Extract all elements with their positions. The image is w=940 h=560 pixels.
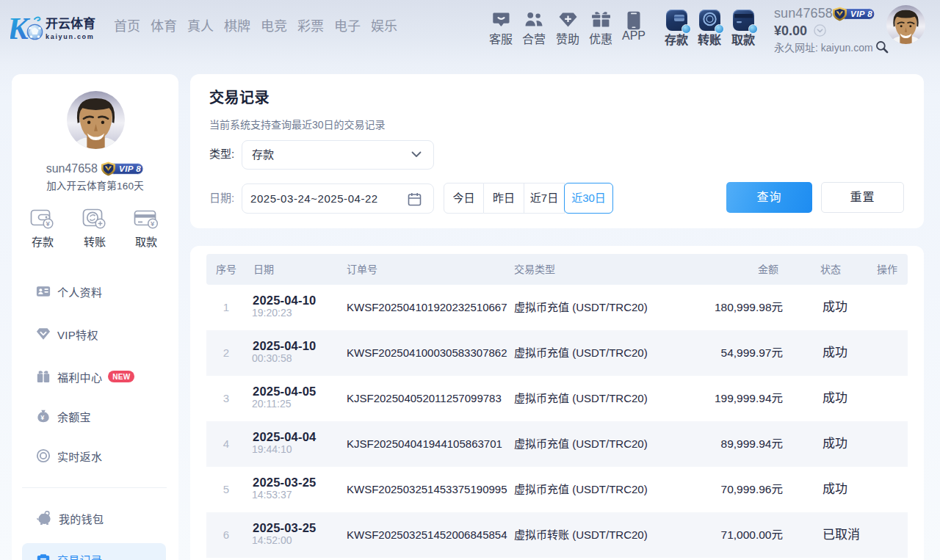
svg-text:VIP 8: VIP 8: [850, 10, 872, 18]
svg-text:¥: ¥: [46, 219, 50, 228]
svg-text:¥: ¥: [151, 219, 155, 228]
svg-text:VIP 8: VIP 8: [119, 164, 141, 173]
